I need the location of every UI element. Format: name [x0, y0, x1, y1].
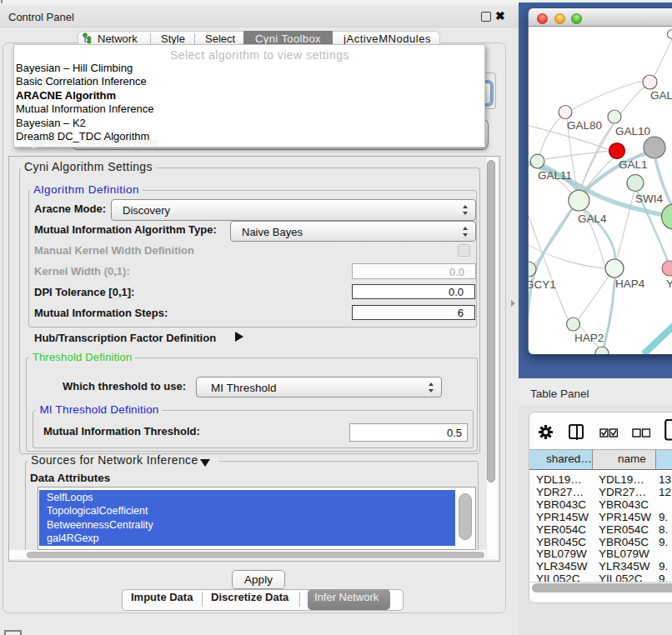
- svg-text:GAL4: GAL4: [578, 212, 607, 225]
- svg-text:Y: Y: [666, 278, 672, 290]
- svg-text:GAL10: GAL10: [615, 125, 650, 138]
- svg-text:GCY1: GCY1: [529, 278, 556, 291]
- svg-text:HAP4: HAP4: [615, 278, 645, 290]
- svg-text:HAP2: HAP2: [574, 332, 604, 344]
- svg-text:SWI4: SWI4: [635, 192, 663, 205]
- svg-text:GAL80: GAL80: [567, 119, 602, 132]
- svg-text:GAL7: GAL7: [650, 89, 672, 102]
- svg-text:GAL11: GAL11: [538, 169, 572, 182]
- svg-text:GAL1: GAL1: [619, 158, 648, 171]
